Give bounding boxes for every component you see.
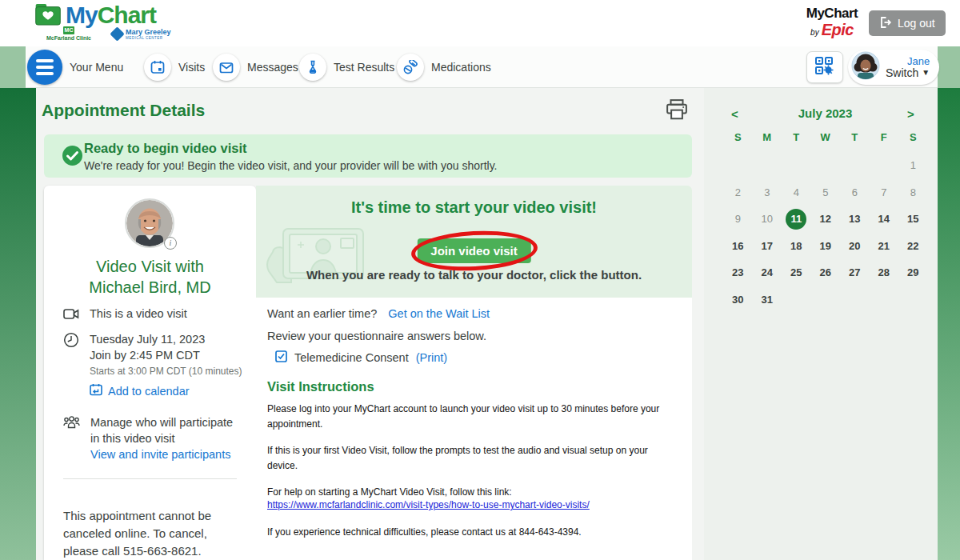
help-url-link[interactable]: https://www.mcfarlandclinic.com/visit-ty…	[267, 499, 590, 510]
print-button[interactable]	[664, 98, 690, 123]
calendar-day[interactable]: 14	[870, 206, 899, 233]
wait-list-row: Want an earlier time? Get on the Wait Li…	[267, 307, 490, 320]
calendar-day-header: F	[870, 131, 899, 143]
calendar-day-headers: SMTWTFS	[723, 131, 928, 143]
calendar-day-header: T	[782, 131, 811, 143]
calendar-month-label: July 2023	[723, 106, 927, 120]
consent-print-link[interactable]: (Print)	[416, 351, 447, 364]
calendar-day-empty	[870, 286, 899, 314]
instructions-paragraph-1: Please log into your MyChart account to …	[267, 402, 671, 431]
calendar-day[interactable]: 22	[898, 233, 928, 260]
calendar-day-empty	[811, 152, 841, 179]
left-green-strip	[0, 88, 36, 560]
calendar-day[interactable]: 6	[840, 179, 870, 206]
mychart-app: MyChart MC McFarland Clinic Mary Greeley…	[0, 0, 960, 560]
navbar: Your Menu Visits Messages	[0, 46, 960, 88]
calendar-day[interactable]: 21	[870, 233, 899, 260]
calendar-day[interactable]: 5	[811, 179, 841, 206]
calendar-day[interactable]: 2	[723, 179, 753, 206]
logout-icon	[879, 16, 892, 31]
calendar-day-empty	[811, 286, 841, 314]
start-heading: It's time to start your video visit!	[256, 198, 692, 217]
calendar-day[interactable]: 31	[753, 286, 782, 314]
navbar-right-strip	[938, 46, 960, 88]
consent-row: Telemedicine Consent (Print)	[275, 350, 447, 365]
tablet-doctor-illustration	[261, 214, 381, 298]
envelope-icon	[213, 54, 240, 81]
visit-time-row: Tuesday July 11, 2023 Join by 2:45 PM CD…	[63, 331, 242, 398]
calendar-day[interactable]: 3	[753, 179, 782, 206]
flask-icon	[299, 54, 326, 81]
calendar-day-header: S	[898, 131, 928, 143]
calendar-day-header: W	[811, 131, 841, 143]
card-divider	[63, 478, 237, 479]
calendar-day[interactable]: 30	[723, 286, 753, 314]
calendar-day[interactable]: 10	[753, 206, 782, 233]
profile-switch-button[interactable]: Jane Switch▼	[848, 50, 939, 85]
clock-icon	[63, 331, 79, 398]
banner-subtitle: We're ready for you! Begin the video vis…	[84, 159, 498, 172]
calendar-day[interactable]: 29	[898, 259, 928, 286]
visit-title-line1: Video Visit with	[44, 256, 256, 277]
nav-your-menu[interactable]: Your Menu	[27, 46, 123, 88]
calendar-day[interactable]: 9	[723, 206, 753, 233]
calendar-day[interactable]: 12	[811, 206, 841, 233]
calendar-day[interactable]: 18	[782, 233, 811, 260]
calendar-day[interactable]: 16	[723, 233, 753, 260]
nav-medications[interactable]: Medications	[397, 46, 491, 88]
right-green-strip	[938, 88, 960, 560]
nav-messages[interactable]: Messages	[213, 46, 298, 88]
calendar-day-header: T	[840, 131, 870, 143]
calendar-day[interactable]: 11	[782, 206, 811, 233]
instructions-paragraph-2: If this is your first Video Visit, follo…	[267, 443, 671, 473]
calendar-day[interactable]: 25	[782, 259, 811, 286]
pills-icon	[397, 54, 424, 81]
details-panel: Want an earlier time? Get on the Wait Li…	[256, 298, 692, 560]
calendar-day-empty	[870, 152, 899, 179]
review-text: Review your questionnaire answers below.	[267, 330, 486, 342]
calendar-day[interactable]: 15	[898, 206, 928, 233]
calendar-day-empty	[898, 286, 928, 314]
calendar-day-empty	[840, 286, 870, 314]
calendar-day[interactable]: 13	[840, 206, 870, 233]
calendar-day-empty	[782, 286, 811, 314]
logout-button[interactable]: Log out	[869, 10, 946, 36]
participants-text: Manage who will participate in this vide…	[90, 416, 233, 445]
calendar-day[interactable]: 23	[723, 259, 753, 286]
calendar-day[interactable]: 8	[898, 179, 928, 206]
calendar-day[interactable]: 1	[898, 152, 928, 179]
calendar-day-empty	[840, 152, 870, 179]
provider-info-icon[interactable]: i	[164, 237, 177, 250]
visit-starts-note: Starts at 3:00 PM CDT (10 minutes)	[90, 366, 242, 377]
nav-visits[interactable]: Visits	[144, 46, 205, 88]
join-video-visit-button[interactable]: Join video visit	[417, 238, 530, 263]
calendar-day[interactable]: 28	[870, 259, 899, 286]
calendar-day[interactable]: 17	[753, 233, 782, 260]
mary-greeley-logo: Mary Greeley MEDICAL CENTER	[112, 28, 171, 40]
calendar-day[interactable]: 26	[811, 259, 841, 286]
calendar-day[interactable]: 7	[870, 179, 899, 206]
check-circle-icon	[62, 145, 83, 170]
qr-code-button[interactable]	[806, 51, 843, 83]
calendar-day-header: M	[753, 131, 782, 143]
add-to-calendar-link[interactable]: Add to calendar	[90, 383, 242, 398]
chevron-down-icon: ▼	[922, 67, 930, 78]
earlier-question: Want an earlier time?	[267, 307, 377, 320]
mcfarland-logo: MC McFarland Clinic	[46, 26, 91, 41]
calendar-day[interactable]: 19	[811, 233, 841, 260]
calendar-day[interactable]: 27	[840, 259, 870, 286]
calendar-day[interactable]: 20	[840, 233, 870, 260]
nav-test-results[interactable]: Test Results	[299, 46, 394, 88]
video-camera-icon	[63, 307, 79, 322]
calendar-day[interactable]: 24	[753, 259, 782, 286]
instructions-paragraph-3: For help on starting a MyChart Video Vis…	[267, 485, 671, 500]
wait-list-link[interactable]: Get on the Wait List	[388, 307, 490, 320]
invite-participants-link[interactable]: View and invite participants	[90, 446, 238, 462]
questionnaire-check-icon	[275, 350, 287, 365]
calendar-icon	[144, 54, 171, 81]
avatar	[851, 51, 880, 83]
calendar-day-header: S	[723, 131, 753, 143]
banner-title: Ready to begin video visit	[84, 141, 247, 156]
calendar-day[interactable]: 4	[782, 179, 811, 206]
calendar-next-button[interactable]: >	[902, 106, 919, 122]
